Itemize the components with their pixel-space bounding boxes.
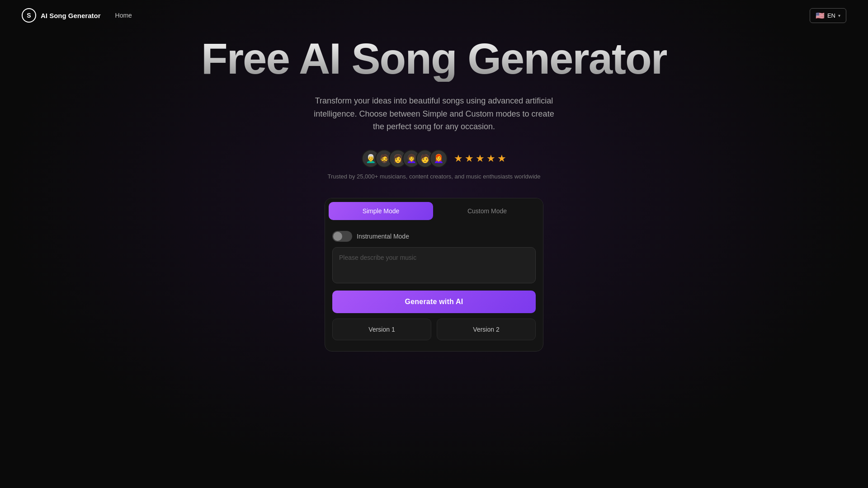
star-icon: ★ [497,153,506,164]
version-cards-container: Version 1 Version 2 [325,319,543,340]
star-icon: ★ [465,153,474,164]
card-body: Instrumental Mode Generate with AI [325,224,543,313]
nav-left: S AI Song Generator Home [22,8,132,23]
navbar: S AI Song Generator Home 🇺🇸 EN ▾ [0,0,868,31]
mode-tabs: Simple Mode Custom Mode [325,198,543,224]
instrumental-toggle[interactable] [332,231,352,242]
trust-text: Trusted by 25,000+ musicians, content cr… [327,173,540,180]
logo-icon: S [22,8,36,23]
star-icon: ★ [476,153,485,164]
hero-section: Free AI Song Generator Transform your id… [0,36,868,352]
lang-code: EN [827,12,835,19]
star-icon: ★ [486,153,495,164]
chevron-down-icon: ▾ [838,13,840,18]
flag-icon: 🇺🇸 [816,11,825,20]
logo[interactable]: S AI Song Generator [22,8,101,23]
home-nav-link[interactable]: Home [115,12,132,19]
language-selector[interactable]: 🇺🇸 EN ▾ [810,8,846,23]
custom-mode-tab[interactable]: Custom Mode [435,202,539,220]
avatar-stack: 👨‍🦳 🧔 👩 👩‍🦱 🧑 👩‍🦰 [362,150,448,168]
avatar: 👩‍🦰 [429,150,448,168]
star-rating: ★ ★ ★ ★ ★ [454,153,506,164]
hero-title: Free AI Song Generator [201,36,667,82]
instrumental-row: Instrumental Mode [332,231,536,242]
toggle-knob [333,232,342,241]
star-icon: ★ [454,153,463,164]
version-row: Version 1 Version 2 [332,319,536,340]
simple-mode-tab[interactable]: Simple Mode [329,202,433,220]
social-proof: 👨‍🦳 🧔 👩 👩‍🦱 🧑 👩‍🦰 ★ ★ ★ ★ ★ [362,150,506,168]
generate-button[interactable]: Generate with AI [332,291,536,313]
version-1-card: Version 1 [332,319,431,340]
version-2-card: Version 2 [437,319,536,340]
logo-text: AI Song Generator [41,12,101,19]
hero-subtitle: Transform your ideas into beautiful song… [307,94,561,133]
version-2-label: Version 2 [473,326,499,333]
generator-card: Simple Mode Custom Mode Instrumental Mod… [325,198,543,352]
instrumental-label: Instrumental Mode [357,233,409,240]
music-description-input[interactable] [332,247,536,283]
version-1-label: Version 1 [368,326,395,333]
